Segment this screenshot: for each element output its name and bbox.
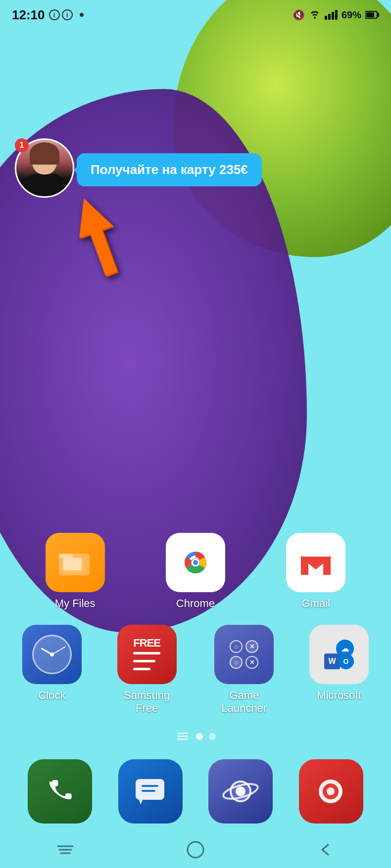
- messages-icon[interactable]: [118, 759, 183, 824]
- game-circle-2: ×: [245, 640, 258, 653]
- status-left: 12:10 i i: [12, 7, 84, 23]
- game-launcher-label: Game Launcher: [221, 689, 267, 715]
- avatar-hair: [30, 142, 59, 165]
- app-row-2: Clock FREE Samsung Free: [15, 625, 376, 715]
- browser-icon[interactable]: [208, 759, 273, 824]
- game-launcher-icon[interactable]: ○ × ○ ×: [214, 625, 274, 684]
- mute-icon: 🔇: [293, 9, 305, 21]
- my-files-icon-svg: [58, 548, 93, 577]
- recent-apps-icon: [55, 842, 75, 857]
- svg-rect-20: [136, 779, 164, 800]
- my-files-icon[interactable]: [46, 533, 105, 592]
- nav-home-button[interactable]: [176, 837, 215, 862]
- app-item-gmail[interactable]: Gmail: [279, 533, 353, 610]
- samsung-free-icon[interactable]: FREE: [117, 625, 177, 684]
- status-right: 🔇 69%: [293, 9, 379, 21]
- info-icon-2: i: [62, 9, 73, 20]
- avatar-face: [32, 147, 57, 174]
- svg-point-13: [193, 560, 198, 565]
- messages-icon-svg: [132, 774, 169, 809]
- gmail-label: Gmail: [302, 597, 330, 610]
- indicator-line-1: [177, 733, 188, 734]
- chrome-label: Chrome: [176, 597, 215, 610]
- svg-rect-17: [301, 555, 331, 557]
- dock-item-browser[interactable]: [203, 759, 278, 828]
- signal-bars: [325, 10, 338, 20]
- app-row-1: My Files Chrom: [15, 533, 376, 610]
- battery-percent: 69%: [342, 9, 361, 21]
- chrome-icon-svg: [176, 543, 215, 582]
- status-bar: 12:10 i i 🔇 69%: [0, 0, 391, 30]
- svg-point-29: [327, 787, 335, 795]
- battery-icon: [365, 10, 379, 19]
- ms-outlook: O: [338, 653, 354, 669]
- samsung-free-graphic: FREE: [133, 625, 160, 684]
- svg-point-26: [236, 786, 245, 796]
- phone-icon[interactable]: [28, 759, 92, 824]
- arrow-pointer: [54, 193, 144, 284]
- notification-badge: 1: [15, 138, 29, 152]
- indicator-line-3: [177, 738, 188, 740]
- game-circle-4: ×: [245, 656, 258, 669]
- svg-rect-1: [366, 12, 374, 17]
- dock: [0, 759, 391, 828]
- app-item-samsung-free[interactable]: FREE Samsung Free: [112, 625, 182, 715]
- game-circle-1: ○: [230, 640, 243, 653]
- indicator-line-2: [177, 736, 188, 737]
- svg-rect-19: [323, 557, 331, 575]
- clock-face: [32, 635, 72, 674]
- info-icons: i i: [49, 9, 73, 20]
- game-circle-3: ○: [230, 656, 243, 669]
- clock-center-dot: [50, 652, 54, 656]
- app-item-chrome[interactable]: Chrome: [158, 533, 233, 610]
- tooltip-bubble[interactable]: Получайте на карту 235€: [77, 153, 262, 186]
- app-item-microsoft[interactable]: ☁ W O Microsoft: [307, 625, 371, 715]
- clock-label: Clock: [38, 689, 65, 702]
- status-time: 12:10: [12, 7, 45, 23]
- dock-item-messages[interactable]: [113, 759, 188, 828]
- orange-arrow-icon: [42, 180, 156, 295]
- app-item-game-launcher[interactable]: ○ × ○ × Game Launcher: [209, 625, 279, 715]
- chrome-icon[interactable]: [166, 533, 225, 592]
- profile-notification[interactable]: 1: [15, 138, 74, 198]
- my-files-label: My Files: [55, 597, 96, 610]
- microsoft-graphic: ☁ W O: [322, 625, 356, 684]
- browser-icon-svg: [221, 772, 260, 811]
- page-indicators: [0, 731, 391, 742]
- recorder-icon[interactable]: [299, 759, 363, 824]
- game-x-symbol: ×: [250, 642, 254, 651]
- app-grid: My Files Chrom: [0, 533, 391, 730]
- game-launcher-graphic: ○ × ○ ×: [226, 636, 262, 673]
- tooltip-text: Получайте на карту 235€: [91, 162, 248, 177]
- svg-point-34: [188, 842, 203, 858]
- svg-rect-2: [378, 13, 379, 17]
- dock-item-recorder[interactable]: [294, 759, 368, 828]
- svg-rect-6: [59, 554, 73, 558]
- wifi-icon: [309, 10, 321, 20]
- svg-marker-4: [67, 192, 128, 280]
- indicator-dot-active[interactable]: [196, 733, 203, 740]
- ms-icons-cluster: ☁ W O: [322, 637, 356, 672]
- home-icon: [186, 840, 205, 860]
- status-dot: [80, 13, 84, 17]
- samsung-free-label: Samsung Free: [112, 689, 182, 715]
- dock-item-phone[interactable]: [23, 759, 97, 828]
- phone-icon-svg: [43, 774, 77, 809]
- game-x-symbol-2: ×: [250, 658, 254, 667]
- svg-rect-18: [301, 557, 308, 575]
- indicator-lines: [175, 731, 190, 742]
- clock-icon[interactable]: [22, 625, 82, 684]
- nav-recent-button[interactable]: [46, 837, 85, 862]
- recorder-icon-svg: [312, 773, 349, 810]
- nav-bar: [0, 831, 391, 868]
- microsoft-label: Microsoft: [317, 689, 361, 702]
- gmail-icon-svg: [296, 543, 336, 582]
- microsoft-icon[interactable]: ☁ W O: [309, 625, 369, 684]
- app-item-clock[interactable]: Clock: [20, 625, 84, 715]
- back-icon: [318, 840, 333, 860]
- indicator-dot-inactive[interactable]: [209, 733, 216, 740]
- info-icon-1: i: [49, 9, 60, 20]
- app-item-my-files[interactable]: My Files: [38, 533, 112, 610]
- nav-back-button[interactable]: [306, 837, 345, 862]
- gmail-icon[interactable]: [286, 533, 345, 592]
